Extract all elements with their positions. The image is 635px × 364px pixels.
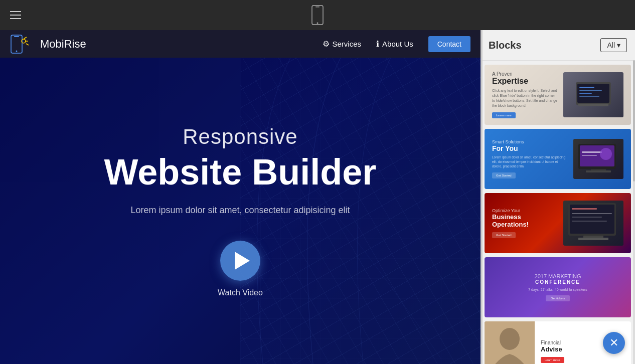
svg-rect-4 <box>14 36 19 37</box>
block-3-pretitle: Optimize Your <box>492 208 558 213</box>
main-area: MobiRise ⚙ Services ℹ About Us Contact <box>0 30 635 364</box>
hero-section: Responsive Website Builder Lorem ipsum d… <box>0 58 481 364</box>
svg-point-5 <box>16 50 18 52</box>
panel-resize-handle[interactable] <box>481 30 483 364</box>
blocks-panel: Blocks All ▾ A Proven Expertise Click an… <box>481 30 635 364</box>
block-1-text: A Proven Expertise Click any text to edi… <box>492 71 558 118</box>
hero-content: Responsive Website Builder Lorem ipsum d… <box>84 125 397 297</box>
device-preview-phone[interactable] <box>311 5 324 25</box>
svg-line-8 <box>26 44 29 45</box>
play-icon <box>235 252 250 270</box>
svg-rect-29 <box>572 208 597 210</box>
fab-icon: ✕ <box>609 336 618 349</box>
svg-rect-23 <box>582 155 597 156</box>
block-2-main-title: For You <box>492 144 568 152</box>
block-3-main-title: Business Operations! <box>492 213 558 228</box>
block-2-pretitle: Smart Solutions <box>492 139 568 144</box>
nav-bar: MobiRise ⚙ Services ℹ About Us Contact <box>0 30 481 58</box>
blocks-list: A Proven Expertise Click any text to edi… <box>481 61 635 364</box>
monitor-illustration <box>576 141 621 176</box>
svg-rect-16 <box>579 93 592 94</box>
svg-rect-30 <box>572 213 612 214</box>
block-2-image <box>573 139 623 179</box>
block-2-desc: Lorem ipsum dolor sit amet, consectetur … <box>492 155 568 168</box>
block-1-image <box>563 72 623 117</box>
logo-icon <box>10 34 35 54</box>
svg-rect-21 <box>586 170 611 172</box>
block-4-subtitle: CONFERENCE <box>535 279 580 285</box>
about-label: About Us <box>382 40 413 48</box>
nav-links: ⚙ Services ℹ About Us Contact <box>323 36 470 52</box>
block-3-image <box>563 201 623 246</box>
person-illustration <box>485 321 535 364</box>
blocks-header: Blocks All ▾ <box>481 30 635 61</box>
block-card-proven-expertise[interactable]: A Proven Expertise Click any text to edi… <box>485 65 631 125</box>
svg-rect-0 <box>312 6 323 25</box>
fab-close-button[interactable]: ✕ <box>603 332 625 354</box>
block-2-cta: Get Started <box>492 172 516 178</box>
services-label: Services <box>333 40 362 48</box>
blocks-title: Blocks <box>489 40 522 51</box>
hero-description: Lorem ipsum dolor sit amet, consectetur … <box>104 205 377 216</box>
block-card-smart-solutions[interactable]: Smart Solutions For You Lorem ipsum dolo… <box>485 129 631 189</box>
desktop-illustration <box>566 201 621 246</box>
nav-cta-button[interactable]: Contact <box>428 36 470 52</box>
block-4-desc: 7 days, 27 talks, 40 world-fa speakers <box>528 288 587 291</box>
watch-video-button[interactable]: Watch Video <box>104 241 377 297</box>
nav-logo: MobiRise <box>10 34 86 54</box>
nav-logo-text: MobiRise <box>40 38 86 51</box>
block-card-business-operations[interactable]: Optimize Your Business Operations! Get S… <box>485 193 631 253</box>
block-1-cta: Learn more <box>492 112 516 118</box>
svg-rect-22 <box>582 151 602 153</box>
block-1-desc: Click any text to edit or style it. Sele… <box>492 88 558 108</box>
services-icon: ⚙ <box>323 39 330 49</box>
svg-point-24 <box>600 148 612 160</box>
block-2-text: Smart Solutions For You Lorem ipsum dolo… <box>492 139 568 178</box>
svg-rect-17 <box>579 96 599 97</box>
website-preview: MobiRise ⚙ Services ℹ About Us Contact <box>0 30 481 364</box>
about-icon: ℹ <box>376 39 379 49</box>
block-1-pretitle: A Proven <box>492 71 558 77</box>
watch-video-label: Watch Video <box>218 288 263 297</box>
filter-arrow-icon: ▾ <box>617 41 620 49</box>
hamburger-menu[interactable] <box>10 11 21 19</box>
top-toolbar <box>0 0 635 30</box>
play-button[interactable] <box>220 241 260 281</box>
svg-rect-1 <box>315 7 320 8</box>
phone-icon <box>311 5 324 25</box>
svg-point-2 <box>317 23 319 24</box>
nav-link-about[interactable]: ℹ About Us <box>376 39 413 49</box>
scroll-indicator <box>633 60 635 364</box>
block-card-marketing-conference[interactable]: 2017 MARKETING CONFERENCE 7 days, 27 tal… <box>485 257 631 317</box>
hero-title: Website Builder <box>104 154 377 190</box>
svg-rect-32 <box>572 221 607 222</box>
block-3-text: Optimize Your Business Operations! Get S… <box>492 208 558 238</box>
svg-rect-31 <box>572 217 602 218</box>
block-5-cta: Learn more <box>541 357 564 363</box>
block-4-year: 2017 MARKETING <box>535 273 581 279</box>
svg-line-7 <box>24 37 27 39</box>
filter-label: All <box>607 41 615 49</box>
svg-point-34 <box>500 328 520 350</box>
blocks-filter-button[interactable]: All ▾ <box>600 38 627 52</box>
laptop-illustration <box>573 80 613 110</box>
svg-rect-28 <box>578 238 608 240</box>
svg-rect-14 <box>579 87 594 88</box>
block-5-image <box>485 321 535 364</box>
block-1-main-title: Expertise <box>492 77 558 86</box>
svg-rect-15 <box>579 90 602 91</box>
nav-link-services[interactable]: ⚙ Services <box>323 39 362 49</box>
hero-subtitle: Responsive <box>104 125 377 149</box>
svg-rect-13 <box>578 104 608 106</box>
scroll-thumb <box>633 60 635 181</box>
block-3-cta: Get Started <box>492 232 516 238</box>
block-4-cta: Get tickets <box>546 295 570 301</box>
